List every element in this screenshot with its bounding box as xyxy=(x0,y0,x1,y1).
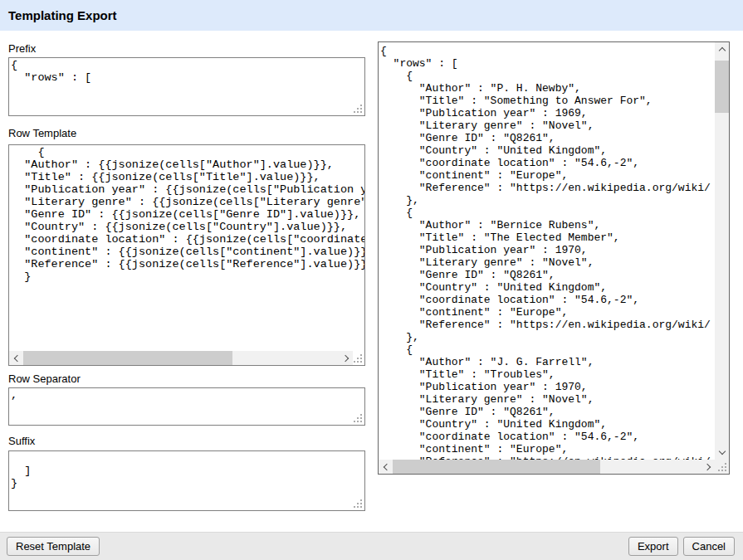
preview-resize-grip[interactable] xyxy=(717,462,728,473)
suffix-box: ] } xyxy=(8,450,365,511)
row-separator-box: , xyxy=(8,387,365,426)
preview-text: { "rows" : [ { "Author" : "P. H. Newby",… xyxy=(379,42,715,460)
chevron-left-icon xyxy=(13,354,20,361)
vscroll-thumb[interactable] xyxy=(715,61,729,113)
row-separator-label: Row Separator xyxy=(8,373,81,385)
cancel-button[interactable]: Cancel xyxy=(683,537,735,556)
suffix-resize-grip[interactable] xyxy=(353,499,364,509)
row-template-resize-grip[interactable] xyxy=(353,353,364,364)
scroll-left-button[interactable] xyxy=(379,460,393,474)
preview-hscrollbar[interactable] xyxy=(379,460,715,474)
chevron-up-icon xyxy=(718,47,725,54)
footer-button-group: Export Cancel xyxy=(628,537,735,556)
export-button[interactable]: Export xyxy=(628,537,678,556)
dialog-footer: Reset Template Export Cancel xyxy=(0,532,743,560)
row-template-textarea[interactable]: { "Author" : {{jsonize(cells["Author"].v… xyxy=(9,145,364,351)
hscroll-track[interactable] xyxy=(23,351,339,365)
row-template-label: Row Template xyxy=(8,127,76,139)
row-template-hscrollbar[interactable] xyxy=(9,351,353,365)
chevron-down-icon xyxy=(718,448,725,455)
hscroll-thumb[interactable] xyxy=(393,460,600,474)
chevron-right-icon xyxy=(703,463,710,470)
preview-vscrollbar[interactable] xyxy=(715,42,729,460)
suffix-textarea[interactable]: ] } xyxy=(9,451,364,510)
dialog-title: Templating Export xyxy=(0,8,117,22)
scroll-down-button[interactable] xyxy=(715,446,729,460)
row-separator-resize-grip[interactable] xyxy=(353,413,364,424)
row-template-box: { "Author" : {{jsonize(cells["Author"].v… xyxy=(8,144,365,366)
scroll-up-button[interactable] xyxy=(715,42,729,56)
prefix-textarea[interactable]: { "rows" : [ xyxy=(9,58,364,115)
prefix-label: Prefix xyxy=(8,42,36,55)
preview-panel[interactable]: { "rows" : [ { "Author" : "P. H. Newby",… xyxy=(378,41,730,475)
scroll-right-button[interactable] xyxy=(339,351,353,365)
hscroll-thumb[interactable] xyxy=(23,351,232,365)
chevron-right-icon xyxy=(341,354,348,361)
row-separator-textarea[interactable]: , xyxy=(9,388,364,425)
scroll-right-button[interactable] xyxy=(701,460,715,474)
prefix-resize-grip[interactable] xyxy=(353,104,364,114)
reset-template-button[interactable]: Reset Template xyxy=(7,537,100,556)
scroll-left-button[interactable] xyxy=(9,351,23,365)
dialog-header: Templating Export xyxy=(0,0,743,31)
vscroll-track[interactable] xyxy=(715,56,729,446)
prefix-box: { "rows" : [ xyxy=(8,57,365,116)
suffix-label: Suffix xyxy=(8,435,35,447)
hscroll-track[interactable] xyxy=(393,460,701,474)
chevron-left-icon xyxy=(383,463,389,470)
